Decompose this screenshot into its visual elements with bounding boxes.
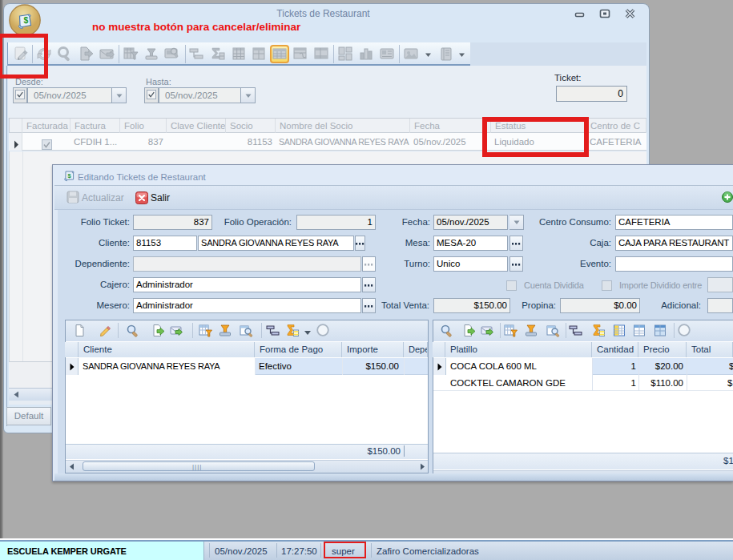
svg-text:$: $ [24,15,29,25]
